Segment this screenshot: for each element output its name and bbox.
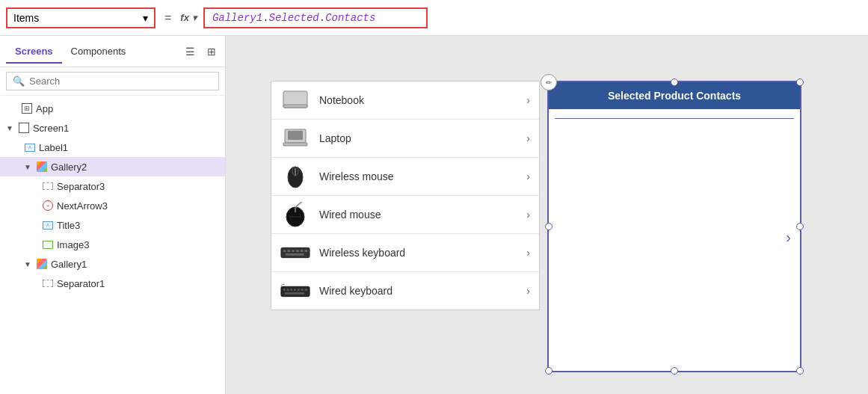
- formula-bar[interactable]: Gallery1.Selected.Contacts: [203, 7, 428, 28]
- chevron-right-icon: ›: [526, 209, 530, 221]
- separator3-icon: [42, 180, 54, 192]
- svg-rect-14: [292, 250, 295, 252]
- tree-item-separator1[interactable]: Separator1: [0, 274, 225, 293]
- svg-rect-19: [281, 286, 310, 296]
- list-item[interactable]: Wired mouse ›: [271, 196, 539, 234]
- item-name-notebook: Notebook: [319, 94, 517, 106]
- gallery1-icon: [36, 258, 48, 270]
- tree-item-app[interactable]: ⊞ App: [0, 99, 225, 118]
- chevron-right-icon: ›: [526, 247, 530, 259]
- tree-label-gallery1: Gallery1: [51, 259, 87, 270]
- chevron-right-icon: ›: [526, 132, 530, 144]
- formula-contacts: Contacts: [325, 12, 375, 24]
- handle-top-right[interactable]: [796, 79, 804, 86]
- tab-components[interactable]: Components: [62, 40, 135, 63]
- fx-label: fx: [180, 12, 189, 23]
- gallery1-header: Selected Product Contacts: [549, 82, 800, 109]
- toolbar: Items ▾ = fx ▾ Gallery1.Selected.Contact…: [0, 0, 868, 36]
- screen1-expand-icon[interactable]: ▼: [6, 124, 13, 132]
- handle-mid-left[interactable]: [545, 223, 552, 230]
- wired-mouse-icon: [280, 203, 310, 226]
- svg-rect-11: [281, 247, 310, 257]
- tree-item-nextarrow3[interactable]: + NextArrow3: [0, 196, 225, 215]
- svg-rect-22: [290, 289, 292, 291]
- chevron-right-icon: ›: [526, 94, 530, 106]
- laptop-icon: [280, 127, 310, 150]
- list-view-icon[interactable]: ☰: [182, 44, 198, 59]
- tree-item-screen1[interactable]: ▼ Screen1: [0, 118, 225, 138]
- nextarrow3-icon: +: [42, 200, 54, 212]
- list-item[interactable]: Wired keyboard ›: [271, 272, 539, 310]
- tree-item-image3[interactable]: Image3: [0, 235, 225, 254]
- tree-label-separator1: Separator1: [57, 278, 105, 289]
- tree-label-label1: Label1: [39, 142, 68, 153]
- svg-rect-25: [301, 289, 304, 291]
- tree-item-title3[interactable]: A Title3: [0, 215, 225, 235]
- equals-sign: =: [161, 11, 174, 25]
- handle-top-center[interactable]: [671, 79, 678, 86]
- search-box: 🔍: [0, 67, 225, 96]
- svg-rect-26: [304, 289, 307, 291]
- search-icon: 🔍: [13, 76, 25, 87]
- search-input[interactable]: [29, 76, 212, 87]
- tree-label-separator3: Separator3: [57, 181, 105, 192]
- handle-bottom-center[interactable]: [671, 367, 678, 375]
- chevron-right-icon: ›: [526, 170, 530, 182]
- canvas-area: Notebook › Laptop ›: [226, 36, 868, 394]
- tree-item-gallery1[interactable]: ▼ Gallery1: [0, 254, 225, 274]
- name-selector-label: Items: [13, 12, 39, 24]
- tree-item-label1[interactable]: A Label1: [0, 138, 225, 157]
- tree-label-gallery2: Gallery2: [51, 161, 87, 173]
- handle-bottom-right[interactable]: [796, 367, 804, 375]
- image3-icon: [42, 238, 54, 250]
- label-icon: A: [24, 141, 36, 153]
- gallery2-canvas[interactable]: Notebook › Laptop ›: [271, 81, 540, 310]
- svg-rect-3: [283, 143, 307, 146]
- svg-rect-21: [287, 289, 289, 291]
- list-item[interactable]: Wireless keyboard ›: [271, 234, 539, 272]
- handle-bottom-left[interactable]: [545, 367, 552, 375]
- notebook-icon: [280, 89, 310, 111]
- list-item[interactable]: Notebook ›: [271, 81, 539, 120]
- gallery1-expand-icon[interactable]: ▼: [24, 260, 31, 268]
- tree-label-nextarrow3: NextArrow3: [57, 200, 108, 212]
- formula-dot1: .: [262, 12, 268, 24]
- item-name-wired-mouse: Wired mouse: [319, 209, 517, 221]
- tree-label-app: App: [36, 103, 53, 114]
- gallery1-divider: [555, 118, 794, 119]
- tree-label-screen1: Screen1: [33, 123, 69, 134]
- tree-item-separator3[interactable]: Separator3: [0, 176, 225, 196]
- gallery1-canvas[interactable]: ✏ Selected Product Contacts ›: [547, 81, 801, 372]
- gallery2-expand-icon[interactable]: ▼: [24, 163, 31, 171]
- app-icon: ⊞: [21, 102, 33, 114]
- svg-rect-12: [283, 250, 286, 252]
- edit-badge[interactable]: ✏: [541, 74, 557, 90]
- name-selector[interactable]: Items ▾: [6, 7, 156, 28]
- tree-item-gallery2[interactable]: ▼ Gallery2: [0, 157, 225, 176]
- tree-label-image3: Image3: [57, 239, 89, 250]
- svg-rect-4: [288, 131, 303, 140]
- svg-rect-20: [283, 289, 286, 291]
- formula-gallery: Gallery1: [212, 12, 262, 24]
- svg-rect-13: [288, 250, 291, 252]
- svg-rect-15: [296, 250, 299, 252]
- chevron-right-icon: ›: [526, 285, 530, 297]
- gallery1-next-chevron[interactable]: ›: [786, 229, 791, 246]
- svg-rect-1: [283, 105, 307, 108]
- svg-rect-17: [304, 250, 307, 252]
- fx-dropdown-icon[interactable]: ▾: [192, 12, 197, 23]
- title3-icon: A: [42, 219, 54, 231]
- list-item[interactable]: Wireless mouse ›: [271, 158, 539, 196]
- formula-selected: Selected: [269, 12, 319, 24]
- gallery1-header-label: Selected Product Contacts: [608, 90, 741, 102]
- list-item[interactable]: Laptop ›: [271, 120, 539, 158]
- screen-icon: [18, 122, 30, 134]
- grid-view-icon[interactable]: ⊞: [204, 44, 219, 59]
- gallery1-body: ›: [549, 109, 800, 365]
- wireless-keyboard-icon: [280, 241, 310, 264]
- formula-dot2: .: [319, 12, 325, 24]
- handle-mid-right[interactable]: [796, 223, 804, 230]
- tab-screens[interactable]: Screens: [6, 40, 62, 63]
- svg-rect-18: [286, 253, 304, 256]
- name-selector-dropdown-icon[interactable]: ▾: [143, 12, 148, 24]
